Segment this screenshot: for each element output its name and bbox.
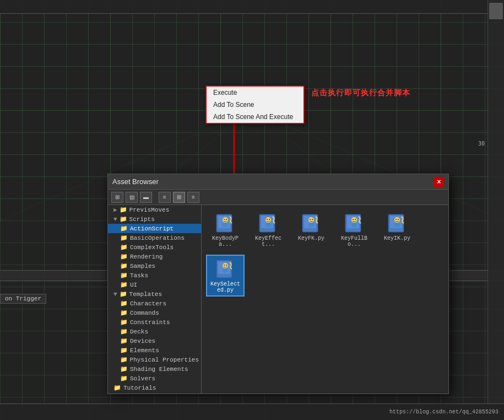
- file-name-keybodypa: KeyBodyPa...: [209, 235, 242, 247]
- svg-point-13: [223, 223, 228, 227]
- svg-point-19: [265, 223, 271, 227]
- svg-point-37: [394, 223, 400, 227]
- tree-item-elements[interactable]: 📁 Elements: [108, 346, 201, 355]
- close-button[interactable]: ×: [434, 177, 444, 187]
- svg-point-29: [353, 219, 354, 220]
- bottom-bar: https://blog.csdn.net/qq_42855293: [0, 403, 504, 420]
- svg-point-24: [312, 219, 313, 220]
- coord-display: 30: [478, 141, 485, 147]
- right-slider[interactable]: [489, 3, 503, 19]
- file-name-keyfullbo: KeyFullBo...: [338, 235, 371, 247]
- url-text: https://blog.csdn.net/qq_42855293: [389, 409, 498, 415]
- toolbar-btn-5[interactable]: ⊞: [173, 192, 185, 203]
- tree-item-basicoperations[interactable]: 📁 BasicOperations: [108, 233, 201, 243]
- svg-point-36: [398, 219, 399, 220]
- file-name-keyselected: KeySelected.py: [209, 281, 241, 293]
- file-icon-keyik: [386, 212, 408, 234]
- context-add-to-scene[interactable]: Add To Scene: [207, 99, 304, 111]
- svg-point-31: [351, 223, 357, 227]
- file-icon-keyfk: [300, 212, 322, 234]
- tree-item-tasks[interactable]: 📁 Tasks: [108, 271, 201, 280]
- file-keyfullbo[interactable]: KeyFullBo...: [335, 209, 373, 250]
- tree-item-scripts[interactable]: ▼ 📁 Scripts: [108, 214, 201, 224]
- tree-panel[interactable]: ▶ 📁 PrevisMoves ▼ 📁 Scripts 📁 ActionScri…: [108, 205, 202, 394]
- asset-browser-title: Asset Browser: [112, 177, 159, 186]
- context-menu: Execute Add To Scene Add To Scene And Ex…: [205, 85, 305, 124]
- svg-point-40: [223, 263, 228, 268]
- toolbar-btn-6[interactable]: ≡: [187, 192, 199, 203]
- asset-browser-window: Asset Browser × ⊞ ▤ ▬ ≡ ⊞ ≡ ▶ 📁 PrevisMo…: [107, 174, 449, 394]
- tree-item-characters[interactable]: 📁 Characters: [108, 299, 201, 308]
- toolbar-btn-1[interactable]: ⊞: [111, 192, 123, 203]
- toolbar-btn-4[interactable]: ≡: [159, 192, 171, 203]
- tree-item-constraints[interactable]: 📁 Constraints: [108, 317, 201, 327]
- svg-point-42: [226, 265, 227, 266]
- file-icon-keyfullbo: [343, 212, 365, 234]
- toolbar-btn-2[interactable]: ▤: [126, 192, 138, 203]
- file-name-keyik: KeyIK.py: [384, 235, 410, 241]
- top-bar: [0, 0, 504, 14]
- file-keyfk[interactable]: KeyFK.py: [292, 209, 330, 250]
- annotation-text: 点击执行即可执行合并脚本: [311, 88, 410, 98]
- file-keyselected[interactable]: KeySelected.py: [206, 255, 245, 297]
- file-keyik[interactable]: KeyIK.py: [378, 209, 416, 250]
- svg-point-18: [269, 219, 270, 220]
- file-icon-keyeffect: [257, 212, 279, 234]
- asset-browser-titlebar: Asset Browser ×: [108, 174, 448, 190]
- context-execute[interactable]: Execute: [207, 87, 304, 99]
- svg-point-35: [395, 219, 397, 220]
- svg-point-43: [223, 268, 228, 273]
- tree-item-actionscript[interactable]: 📁 ActionScript: [108, 224, 201, 233]
- asset-content: ▶ 📁 PrevisMoves ▼ 📁 Scripts 📁 ActionScri…: [108, 205, 448, 394]
- toolbar-btn-3[interactable]: ▬: [140, 192, 152, 203]
- file-grid[interactable]: KeyBodyPa... KeyEffect...: [202, 205, 448, 394]
- svg-point-25: [308, 223, 314, 227]
- svg-point-30: [355, 219, 356, 220]
- svg-point-34: [394, 217, 400, 223]
- tree-item-shading[interactable]: 📁 Shading Elements: [108, 364, 201, 374]
- svg-point-28: [351, 217, 357, 223]
- tree-item-solvers[interactable]: 📁 Solvers: [108, 374, 201, 383]
- tree-item-prevismoves[interactable]: ▶ 📁 PrevisMoves: [108, 205, 201, 214]
- tree-item-devices[interactable]: 📁 Devices: [108, 336, 201, 346]
- file-icon-keybodypa: [214, 212, 236, 234]
- context-add-execute[interactable]: Add To Scene And Execute: [207, 111, 304, 123]
- file-name-keyfk: KeyFK.py: [298, 235, 324, 241]
- file-keyeffect[interactable]: KeyEffect...: [249, 209, 288, 250]
- tree-item-commands[interactable]: 📁 Commands: [108, 308, 201, 317]
- tree-item-rendering[interactable]: 📁 Rendering: [108, 252, 201, 261]
- svg-point-23: [310, 219, 311, 220]
- tree-item-tutorials[interactable]: 📁 Tutorials: [108, 383, 201, 392]
- svg-point-11: [224, 219, 225, 220]
- svg-point-10: [223, 217, 228, 223]
- svg-point-17: [267, 219, 268, 220]
- svg-point-12: [226, 219, 227, 220]
- svg-point-16: [265, 217, 271, 223]
- tree-item-decks[interactable]: 📁 Decks: [108, 327, 201, 336]
- tree-item-ui[interactable]: 📁 UI: [108, 280, 201, 289]
- file-name-keyeffect: KeyEffect...: [252, 235, 285, 247]
- tree-item-complextools[interactable]: 📁 ComplexTools: [108, 243, 201, 252]
- file-icon-keyselected: [214, 258, 236, 280]
- tree-item-samples[interactable]: 📁 Samples: [108, 261, 201, 271]
- asset-toolbar: ⊞ ▤ ▬ ≡ ⊞ ≡: [108, 190, 448, 205]
- tree-item-templates[interactable]: ▼ 📁 Templates: [108, 289, 201, 299]
- tree-item-physical[interactable]: 📁 Physical Properties: [108, 355, 201, 364]
- svg-point-41: [224, 265, 225, 266]
- file-keybodypa[interactable]: KeyBodyPa...: [206, 209, 245, 250]
- right-panel: [487, 0, 504, 420]
- trigger-label: on Trigger: [0, 294, 46, 304]
- svg-point-22: [308, 217, 314, 223]
